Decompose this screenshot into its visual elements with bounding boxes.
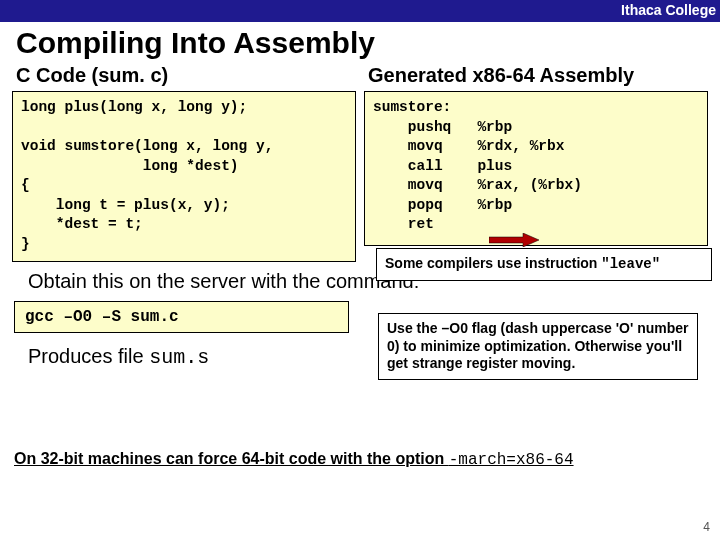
- asm-heading: Generated x86-64 Assembly: [364, 62, 708, 91]
- asm-code-box: sumstore: pushq %rbp movq %rdx, %rbx cal…: [364, 91, 708, 246]
- footnote-pre: On 32-bit machines can force 64-bit code…: [14, 450, 449, 467]
- note-o0: Use the –O0 flag (dash uppercase 'O' num…: [378, 313, 698, 380]
- gcc-command: gcc –O0 –S sum.c: [14, 301, 349, 333]
- note-leave-text: Some compilers use instruction: [385, 255, 601, 271]
- footnote-option: -march=x86-64: [449, 451, 574, 469]
- note-leave-quoted: "leave": [601, 256, 660, 272]
- header-bar: Ithaca College: [0, 0, 720, 22]
- footnote: On 32-bit machines can force 64-bit code…: [0, 450, 700, 469]
- right-col: Generated x86-64 Assembly sumstore: push…: [364, 62, 708, 262]
- slide-title: Compiling Into Assembly: [0, 22, 720, 62]
- produces-file: sum.s: [149, 346, 209, 369]
- c-code-box: long plus(long x, long y); void sumstore…: [12, 91, 356, 262]
- note-leave: Some compilers use instruction "leave": [376, 248, 712, 281]
- org-label: Ithaca College: [621, 2, 716, 18]
- produces-pre: Produces file: [28, 345, 149, 367]
- page-number: 4: [703, 520, 710, 534]
- c-code-heading: C Code (sum. c): [12, 62, 356, 91]
- columns: C Code (sum. c) long plus(long x, long y…: [0, 62, 720, 262]
- left-col: C Code (sum. c) long plus(long x, long y…: [12, 62, 356, 262]
